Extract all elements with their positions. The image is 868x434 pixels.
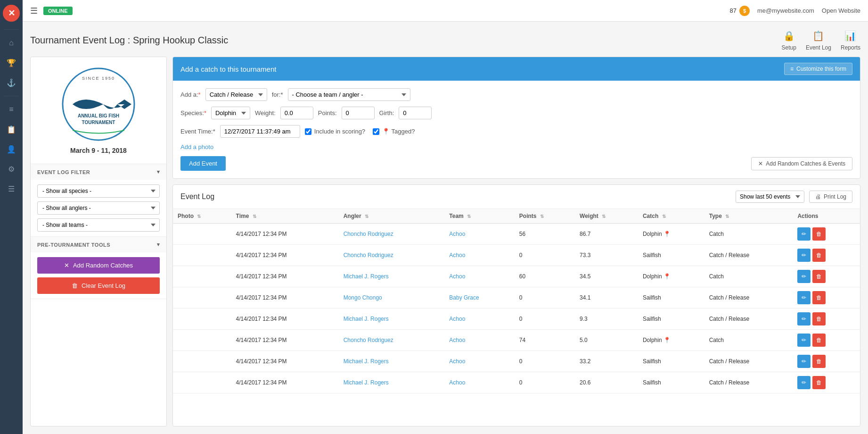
nav-trophy-icon[interactable]: 🏆	[3, 54, 20, 71]
cell-type-6: Catch / Release	[704, 351, 793, 372]
filter-group: - Show all species - - Show all anglers …	[31, 180, 166, 236]
table-scroll-area[interactable]: Photo ⇅ Time ⇅ Angler ⇅ Team ⇅ Points ⇅ …	[173, 209, 860, 426]
species-filter-select[interactable]: - Show all species -	[37, 184, 160, 198]
edit-button-5[interactable]: ✏	[797, 334, 811, 347]
nav-gear-icon[interactable]: ⚙	[3, 160, 20, 177]
setup-action[interactable]: 🔒 Setup	[782, 29, 796, 51]
girth-input[interactable]	[399, 107, 432, 119]
cell-team-6[interactable]: Achoo	[444, 351, 515, 372]
add-photo-link[interactable]: Add a photo	[180, 143, 852, 150]
nav-document-icon[interactable]: 📋	[3, 121, 20, 138]
edit-button-0[interactable]: ✏	[797, 227, 811, 241]
delete-button-6[interactable]: 🗑	[812, 355, 826, 368]
page-title: Tournament Event Log : Spring Hookup Cla…	[30, 35, 228, 46]
team-angler-select[interactable]: - Choose a team / angler -	[288, 88, 410, 101]
cell-points-6: 0	[515, 351, 575, 372]
edit-button-6[interactable]: ✏	[797, 355, 811, 368]
angler-link-6[interactable]: Michael J. Rogers	[344, 358, 389, 365]
cell-angler-6[interactable]: Michael J. Rogers	[339, 351, 445, 372]
cell-team-5[interactable]: Achoo	[444, 330, 515, 351]
angler-link-3[interactable]: Mongo Chongo	[344, 294, 382, 301]
add-random-button[interactable]: ✕ Add Random Catches & Events	[751, 157, 852, 170]
col-team[interactable]: Team ⇅	[444, 209, 515, 224]
delete-button-7[interactable]: 🗑	[812, 376, 826, 389]
filter-section-header[interactable]: EVENT LOG FILTER ▾	[31, 164, 166, 180]
nav-person-icon[interactable]: 👤	[3, 141, 20, 158]
cell-angler-0[interactable]: Choncho Rodriguez	[339, 224, 445, 245]
cell-actions-2: ✏ 🗑	[793, 266, 860, 287]
event-time-input[interactable]	[220, 125, 300, 138]
points-input[interactable]	[342, 107, 375, 119]
col-weight[interactable]: Weight ⇅	[575, 209, 638, 224]
edit-button-7[interactable]: ✏	[797, 376, 811, 389]
team-link-5[interactable]: Achoo	[449, 337, 465, 343]
team-link-7[interactable]: Achoo	[449, 379, 465, 386]
catch-release-select[interactable]: Catch / Release	[205, 88, 267, 101]
include-scoring-checkbox[interactable]	[305, 128, 311, 135]
delete-button-4[interactable]: 🗑	[812, 312, 826, 326]
add-random-catches-button[interactable]: ✕ Add Random Catches	[37, 257, 160, 274]
angler-link-0[interactable]: Choncho Rodriguez	[344, 231, 393, 237]
col-type[interactable]: Type ⇅	[704, 209, 793, 224]
angler-link-4[interactable]: Michael J. Rogers	[344, 316, 389, 322]
angler-link-5[interactable]: Choncho Rodriguez	[344, 337, 393, 343]
species-select[interactable]: Dolphin	[211, 107, 250, 119]
email-link[interactable]: me@mywebsite.com	[757, 7, 814, 14]
teams-filter-select[interactable]: - Show all teams -	[37, 218, 160, 232]
tools-section-header[interactable]: PRE-TOURNAMENT TOOLS ▾	[31, 237, 166, 252]
edit-button-2[interactable]: ✏	[797, 270, 811, 283]
anglers-filter-select[interactable]: - Show all anglers -	[37, 201, 160, 215]
weight-input[interactable]	[280, 107, 313, 119]
cell-angler-4[interactable]: Michael J. Rogers	[339, 309, 445, 330]
hamburger-icon[interactable]: ☰	[30, 6, 38, 16]
print-log-button[interactable]: 🖨 Print Log	[809, 191, 852, 203]
delete-button-1[interactable]: 🗑	[812, 249, 826, 262]
cell-angler-5[interactable]: Choncho Rodriguez	[339, 330, 445, 351]
col-actions: Actions	[793, 209, 860, 224]
team-link-1[interactable]: Achoo	[449, 252, 465, 259]
edit-button-1[interactable]: ✏	[797, 249, 811, 262]
cell-team-7[interactable]: Achoo	[444, 372, 515, 393]
cell-team-4[interactable]: Achoo	[444, 309, 515, 330]
team-link-6[interactable]: Achoo	[449, 358, 465, 365]
col-time[interactable]: Time ⇅	[231, 209, 339, 224]
delete-button-2[interactable]: 🗑	[812, 270, 826, 283]
angler-link-2[interactable]: Michael J. Rogers	[344, 273, 389, 280]
col-angler[interactable]: Angler ⇅	[339, 209, 445, 224]
open-website-link[interactable]: Open Website	[822, 7, 860, 14]
edit-button-4[interactable]: ✏	[797, 312, 811, 326]
cell-angler-7[interactable]: Michael J. Rogers	[339, 372, 445, 393]
edit-button-3[interactable]: ✏	[797, 291, 811, 304]
cell-team-3[interactable]: Baby Grace	[444, 287, 515, 309]
team-link-4[interactable]: Achoo	[449, 316, 465, 322]
delete-button-3[interactable]: 🗑	[812, 291, 826, 304]
clear-event-log-button[interactable]: 🗑 Clear Event Log	[37, 277, 160, 294]
angler-link-7[interactable]: Michael J. Rogers	[344, 379, 389, 386]
angler-link-1[interactable]: Choncho Rodriguez	[344, 252, 393, 259]
cell-angler-1[interactable]: Choncho Rodriguez	[339, 245, 445, 266]
col-catch[interactable]: Catch ⇅	[638, 209, 704, 224]
cell-team-0[interactable]: Achoo	[444, 224, 515, 245]
show-events-select[interactable]: Show last 50 events	[736, 191, 804, 203]
col-points[interactable]: Points ⇅	[515, 209, 575, 224]
event-log-action[interactable]: 📋 Event Log	[806, 29, 831, 51]
delete-button-0[interactable]: 🗑	[812, 227, 826, 241]
page-header: Tournament Event Log : Spring Hookup Cla…	[30, 29, 860, 51]
reports-action[interactable]: 📊 Reports	[841, 29, 860, 51]
cell-angler-2[interactable]: Michael J. Rogers	[339, 266, 445, 287]
nav-anchor-icon[interactable]: ⚓	[3, 74, 20, 91]
cell-angler-3[interactable]: Mongo Chongo	[339, 287, 445, 309]
add-event-button[interactable]: Add Event	[180, 156, 226, 171]
main-content: Add a catch to this tournament ≡ Customi…	[172, 57, 860, 426]
customize-form-button[interactable]: ≡ Customize this form	[784, 63, 852, 75]
team-link-2[interactable]: Achoo	[449, 273, 465, 280]
cell-team-1[interactable]: Achoo	[444, 245, 515, 266]
cell-team-2[interactable]: Achoo	[444, 266, 515, 287]
nav-list-icon[interactable]: ☰	[3, 180, 20, 197]
nav-home-icon[interactable]: ⌂	[3, 34, 20, 51]
team-link-0[interactable]: Achoo	[449, 231, 465, 237]
delete-button-5[interactable]: 🗑	[812, 334, 826, 347]
nav-layers-icon[interactable]: ≡	[3, 101, 20, 118]
team-link-3[interactable]: Baby Grace	[449, 294, 479, 301]
tagged-checkbox[interactable]	[373, 128, 379, 135]
